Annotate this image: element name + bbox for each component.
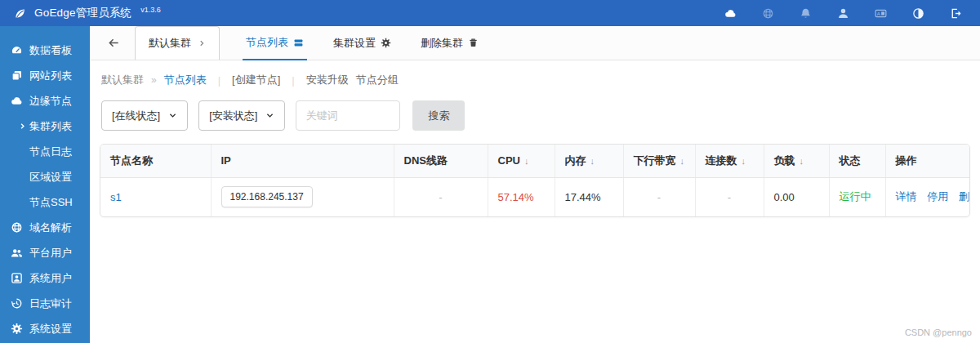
tab-label: 默认集群 [149,36,191,51]
node-table: 节点名称 IP DNS线路 CPU↓ 内存↓ 下行带宽↓ 连接数↓ 负载↓ 状态… [100,144,970,217]
leaf-logo-icon [13,7,27,20]
sidebar-item-node-logs[interactable]: 节点日志 [0,139,90,164]
breadcrumb-divider: | [292,74,294,87]
header-dns-line: DNS线路 [394,145,488,177]
back-button[interactable] [100,26,128,60]
chevron-down-icon [168,111,177,120]
gear-icon [381,38,391,48]
table-row: s1 192.168.245.137 - 57.14% 17.44% - - 0… [100,177,969,216]
sort-down-icon: ↓ [680,156,685,166]
cell-status: 运行中 [829,177,885,216]
sidebar-item-system-users[interactable]: 系统用户 [0,265,90,291]
language-icon[interactable]: A [875,7,887,20]
sidebar-item-label: 数据看板 [29,43,72,58]
gear-icon [11,323,23,335]
sidebar-item-dns[interactable]: 域名解析 [0,215,90,240]
cell-connections: - [695,177,764,216]
node-group-link[interactable]: 节点分组 [356,73,399,87]
filter-bar: [在线状态] [安装状态] 搜索 [90,95,980,144]
chevron-right-icon [19,122,26,130]
dashboard-icon [11,44,23,56]
create-node-link[interactable]: [创建节点] [232,73,280,87]
header-node-name: 节点名称 [100,145,211,177]
sidebar-item-label: 平台用户 [29,246,72,261]
header-connections[interactable]: 连接数↓ [695,145,764,177]
install-status-select[interactable]: [安装状态] [198,100,285,131]
search-button[interactable]: 搜索 [412,100,465,131]
sidebar-item-label: 日志审计 [29,296,72,311]
app-title: GoEdge管理员系统 [34,6,131,20]
sidebar-item-label: 集群列表 [29,119,72,134]
tab-label: 节点列表 [246,35,288,50]
online-status-value: [在线状态] [112,109,160,123]
tab-default-cluster[interactable]: 默认集群 [135,26,220,60]
user-card-icon [11,272,23,284]
header-down-bandwidth[interactable]: 下行带宽↓ [623,145,695,177]
breadcrumb: 默认集群 » 节点列表 | [创建节点] | 安装升级 节点分组 [90,60,980,95]
sidebar-item-audit-logs[interactable]: 日志审计 [0,291,90,316]
cell-node-name: s1 [100,177,211,216]
cell-actions: 详情 停用 删除 [885,177,969,216]
sidebar-item-dashboard[interactable]: 数据看板 [0,38,90,63]
cell-cpu: 57.14% [488,177,555,216]
cluster-tabstrip: 默认集群 节点列表 集群设置 删除集群 [90,26,980,60]
delete-link[interactable]: 删除 [959,190,969,203]
sidebar: 数据看板 网站列表 边缘节点 集群列表 节点日志 区域设置 节点SSH 域名解析 [0,26,90,343]
sidebar-item-region-settings[interactable]: 区域设置 [0,164,90,189]
user-icon[interactable] [837,7,849,20]
contrast-icon[interactable] [912,7,924,20]
header-memory[interactable]: 内存↓ [555,145,623,177]
app-brand: GoEdge管理员系统 v1.3.6 [0,6,161,20]
app-version: v1.3.6 [140,6,161,14]
tab-delete-cluster[interactable]: 删除集群 [417,26,482,60]
header-ip: IP [211,145,394,177]
keyword-input[interactable] [296,100,400,131]
sidebar-item-label: 网站列表 [29,69,72,83]
breadcrumb-cluster[interactable]: 默认集群 [101,73,144,87]
disable-link[interactable]: 停用 [927,190,948,203]
trash-icon [468,38,479,48]
breadcrumb-node-list[interactable]: 节点列表 [164,73,207,87]
install-upgrade-link[interactable]: 安装升级 [306,73,349,87]
bell-icon[interactable] [800,7,812,20]
ip-badge[interactable]: 192.168.245.137 [221,186,313,207]
sidebar-item-label: 区域设置 [29,170,72,185]
cell-memory: 17.44% [555,177,623,216]
sidebar-item-label: 系统设置 [29,322,72,336]
node-name-link[interactable]: s1 [110,191,122,203]
cell-load: 0.00 [764,177,829,216]
signout-icon[interactable] [950,7,962,20]
install-status-value: [安装状态] [209,109,257,123]
sidebar-item-label: 节点日志 [29,145,72,159]
breadcrumb-divider: | [218,74,220,87]
sort-down-icon: ↓ [742,156,746,166]
sidebar-item-edge-nodes[interactable]: 边缘节点 [0,88,90,114]
online-status-select[interactable]: [在线状态] [101,100,188,131]
sites-icon [11,69,23,82]
tab-cluster-settings[interactable]: 集群设置 [330,26,394,60]
cell-down-bandwidth: - [623,177,695,216]
header-load[interactable]: 负载↓ [764,145,829,177]
detail-link[interactable]: 详情 [896,190,917,203]
sort-down-icon: ↓ [590,156,595,166]
history-icon [11,297,23,310]
cloud-icon[interactable] [724,7,737,20]
tab-node-list[interactable]: 节点列表 [243,26,307,60]
sidebar-item-label: 系统用户 [29,271,72,286]
status-badge: 运行中 [840,190,871,203]
globe-icon[interactable] [762,7,774,20]
cell-dns-line: - [394,177,488,216]
table-header-row: 节点名称 IP DNS线路 CPU↓ 内存↓ 下行带宽↓ 连接数↓ 负载↓ 状态… [100,145,969,177]
sidebar-item-cluster-list[interactable]: 集群列表 [0,114,90,139]
topbar-actions: A [724,7,980,20]
sidebar-item-platform-users[interactable]: 平台用户 [0,240,90,265]
users-icon [11,247,23,259]
header-cpu[interactable]: CPU↓ [488,145,555,177]
sidebar-item-system-settings[interactable]: 系统设置 [0,316,90,341]
header-status: 状态 [829,145,885,177]
sidebar-item-sites[interactable]: 网站列表 [0,63,90,88]
chevron-right-icon [198,39,206,47]
sort-down-icon: ↓ [800,156,804,166]
sidebar-item-node-ssh[interactable]: 节点SSH [0,189,90,215]
sidebar-item-label: 边缘节点 [29,94,72,109]
